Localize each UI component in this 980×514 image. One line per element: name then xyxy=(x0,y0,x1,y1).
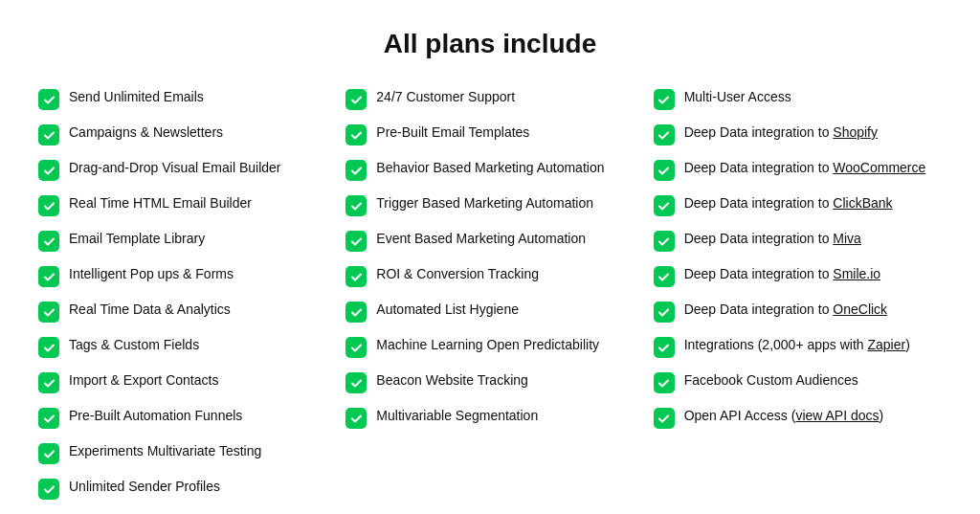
checkmark-icon xyxy=(345,372,367,393)
feature-label: Intelligent Pop ups & Forms xyxy=(69,265,234,284)
feature-label: Email Template Library xyxy=(69,230,205,249)
list-item: Event Based Marketing Automation xyxy=(345,230,634,252)
feature-label: Multi-User Access xyxy=(684,88,791,107)
checkmark-icon xyxy=(345,266,367,287)
list-item: Campaigns & Newsletters xyxy=(38,123,326,145)
checkmark-icon xyxy=(38,231,59,252)
checkmark-icon xyxy=(345,89,367,110)
feature-label: Deep Data integration to Smile.io xyxy=(684,265,880,284)
feature-label: Deep Data integration to Shopify xyxy=(684,123,878,143)
feature-label: Unlimited Sender Profiles xyxy=(69,478,220,497)
list-item: Machine Learning Open Predictability xyxy=(345,336,634,358)
column-1: Send Unlimited Emails Campaigns & Newsle… xyxy=(38,88,336,513)
list-item: Deep Data integration to Miva xyxy=(654,230,942,252)
feature-label: Trigger Based Marketing Automation xyxy=(376,194,593,213)
list-item: Deep Data integration to WooCommerce xyxy=(654,159,942,181)
list-item: Behavior Based Marketing Automation xyxy=(345,159,634,181)
list-item: Intelligent Pop ups & Forms xyxy=(38,265,326,287)
feature-label: Deep Data integration to Miva xyxy=(684,230,861,249)
list-item: Pre-Built Automation Funnels xyxy=(38,407,326,429)
feature-label: ROI & Conversion Tracking xyxy=(376,265,539,284)
feature-label: Event Based Marketing Automation xyxy=(376,230,586,249)
column-3: Multi-User Access Deep Data integration … xyxy=(644,88,942,513)
feature-label: 24/7 Customer Support xyxy=(376,88,515,107)
list-item: Multivariable Segmentation xyxy=(345,407,634,429)
checkmark-icon xyxy=(654,124,675,145)
checkmark-icon xyxy=(654,231,675,252)
list-item: Deep Data integration to Smile.io xyxy=(654,265,942,287)
column-2: 24/7 Customer Support Pre-Built Email Te… xyxy=(336,88,643,513)
list-item: Trigger Based Marketing Automation xyxy=(345,194,634,216)
list-item: Deep Data integration to OneClick xyxy=(654,301,942,323)
checkmark-icon xyxy=(654,266,675,287)
checkmark-icon xyxy=(38,408,59,429)
feature-label: Real Time HTML Email Builder xyxy=(69,194,252,213)
checkmark-icon xyxy=(345,195,367,216)
feature-link[interactable]: ClickBank xyxy=(833,195,892,211)
checkmark-icon xyxy=(345,231,367,252)
list-item: Beacon Website Tracking xyxy=(345,371,634,393)
checkmark-icon xyxy=(654,337,675,358)
checkmark-icon xyxy=(654,195,675,216)
feature-label: Open API Access (view API docs) xyxy=(684,407,884,426)
checkmark-icon xyxy=(345,160,367,181)
list-item: Real Time HTML Email Builder xyxy=(38,194,326,216)
checkmark-icon xyxy=(38,337,59,358)
list-item: Automated List Hygiene xyxy=(345,301,634,323)
checkmark-icon xyxy=(38,266,59,287)
checkmark-icon xyxy=(654,302,675,323)
feature-label: Automated List Hygiene xyxy=(376,301,519,320)
feature-label: Machine Learning Open Predictability xyxy=(376,336,599,355)
checkmark-icon xyxy=(38,479,59,500)
checkmark-icon xyxy=(38,195,59,216)
list-item: Experiments Multivariate Testing xyxy=(38,442,326,464)
list-item: Facebook Custom Audiences xyxy=(654,371,942,393)
checkmark-icon xyxy=(38,443,59,464)
checkmark-icon xyxy=(345,408,367,429)
list-item: Email Template Library xyxy=(38,230,326,252)
list-item: Deep Data integration to Shopify xyxy=(654,123,942,145)
feature-label: Deep Data integration to WooCommerce xyxy=(684,159,926,178)
feature-label: Beacon Website Tracking xyxy=(376,371,528,391)
feature-label: Behavior Based Marketing Automation xyxy=(376,159,604,178)
list-item: Import & Export Contacts xyxy=(38,371,326,393)
feature-label: Real Time Data & Analytics xyxy=(69,301,231,320)
feature-label: Import & Export Contacts xyxy=(69,371,218,391)
checkmark-icon xyxy=(38,124,59,145)
feature-label: Pre-Built Automation Funnels xyxy=(69,407,242,426)
checkmark-icon xyxy=(38,160,59,181)
checkmark-icon xyxy=(38,372,59,393)
feature-link[interactable]: WooCommerce xyxy=(833,160,925,175)
features-grid: Send Unlimited Emails Campaigns & Newsle… xyxy=(38,88,942,513)
list-item: Deep Data integration to ClickBank xyxy=(654,194,942,216)
checkmark-icon xyxy=(38,302,59,323)
feature-label: Integrations (2,000+ apps with Zapier) xyxy=(684,336,910,355)
feature-label: Tags & Custom Fields xyxy=(69,336,199,355)
feature-label: Experiments Multivariate Testing xyxy=(69,442,261,461)
feature-link[interactable]: view API docs xyxy=(795,408,879,423)
feature-link[interactable]: Smile.io xyxy=(833,266,880,281)
feature-label: Pre-Built Email Templates xyxy=(376,123,529,143)
page-title: All plans include xyxy=(38,29,942,59)
feature-link[interactable]: OneClick xyxy=(833,302,887,317)
list-item: Pre-Built Email Templates xyxy=(345,123,634,145)
feature-label: Facebook Custom Audiences xyxy=(684,371,858,391)
feature-link[interactable]: Miva xyxy=(833,231,861,246)
checkmark-icon xyxy=(38,89,59,110)
feature-label: Drag-and-Drop Visual Email Builder xyxy=(69,159,281,178)
feature-label: Deep Data integration to ClickBank xyxy=(684,194,893,213)
checkmark-icon xyxy=(654,372,675,393)
checkmark-icon xyxy=(654,408,675,429)
checkmark-icon xyxy=(654,160,675,181)
list-item: Multi-User Access xyxy=(654,88,942,110)
feature-link[interactable]: Zapier xyxy=(868,337,906,352)
feature-label: Deep Data integration to OneClick xyxy=(684,301,887,320)
feature-link[interactable]: Shopify xyxy=(833,124,878,140)
checkmark-icon xyxy=(345,302,367,323)
list-item: Unlimited Sender Profiles xyxy=(38,478,326,500)
checkmark-icon xyxy=(345,337,367,358)
list-item: 24/7 Customer Support xyxy=(345,88,634,110)
list-item: Tags & Custom Fields xyxy=(38,336,326,358)
list-item: Integrations (2,000+ apps with Zapier) xyxy=(654,336,942,358)
list-item: Send Unlimited Emails xyxy=(38,88,326,110)
